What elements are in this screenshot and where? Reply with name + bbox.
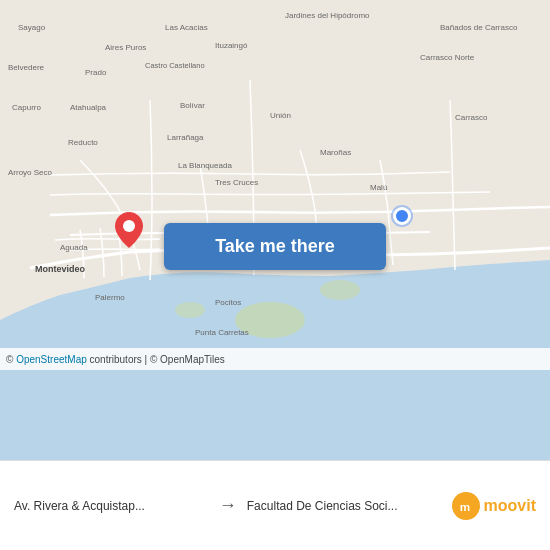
moovit-brand-text: moovit [484, 497, 536, 515]
attribution-bar: © OpenStreetMap contributors | © OpenMap… [0, 348, 550, 370]
destination-pin [115, 212, 143, 248]
svg-text:Maroñas: Maroñas [320, 148, 351, 157]
svg-text:Ituzaingó: Ituzaingó [215, 41, 248, 50]
svg-text:Prado: Prado [85, 68, 107, 77]
svg-text:Aires Puros: Aires Puros [105, 43, 146, 52]
from-location: Av. Rivera & Acquistap... [14, 499, 209, 513]
moovit-logo: m moovit [452, 492, 536, 520]
svg-text:Reducto: Reducto [68, 138, 98, 147]
map-container: Sayago Belvedere Aires Puros Prado Capur… [0, 0, 550, 460]
svg-text:Castro Castellano: Castro Castellano [145, 61, 205, 70]
svg-text:Bolívar: Bolívar [180, 101, 205, 110]
svg-text:Unión: Unión [270, 111, 291, 120]
svg-text:Malú: Malú [370, 183, 387, 192]
to-location: Facultad De Ciencias Soci... [247, 499, 442, 513]
svg-text:Larrañaga: Larrañaga [167, 133, 204, 142]
moovit-circle-icon: m [452, 492, 480, 520]
svg-text:Pocitos: Pocitos [215, 298, 241, 307]
svg-text:Palermo: Palermo [95, 293, 125, 302]
svg-text:La Blanqueada: La Blanqueada [178, 161, 232, 170]
svg-text:Aguada: Aguada [60, 243, 88, 252]
svg-text:Arroyo Seco: Arroyo Seco [8, 168, 53, 177]
osm-link[interactable]: OpenStreetMap [16, 354, 87, 365]
attribution-text: © OpenStreetMap contributors | © OpenMap… [6, 354, 225, 365]
svg-text:Bañados de Carrasco: Bañados de Carrasco [440, 23, 518, 32]
svg-text:Carrasco: Carrasco [455, 113, 488, 122]
svg-text:Jardines del Hipódromo: Jardines del Hipódromo [285, 11, 370, 20]
svg-text:Las Acacias: Las Acacias [165, 23, 208, 32]
take-me-there-button[interactable]: Take me there [164, 223, 386, 270]
svg-text:Atahualpa: Atahualpa [70, 103, 107, 112]
svg-point-4 [320, 280, 360, 300]
svg-text:Belvedere: Belvedere [8, 63, 45, 72]
svg-text:Punta Carretas: Punta Carretas [195, 328, 249, 337]
svg-text:Capurro: Capurro [12, 103, 41, 112]
svg-point-3 [175, 302, 205, 318]
bottom-bar: Av. Rivera & Acquistap... → Facultad De … [0, 460, 550, 550]
origin-dot [393, 207, 411, 225]
svg-text:Carrasco Norte: Carrasco Norte [420, 53, 475, 62]
svg-point-32 [123, 220, 135, 232]
arrow-icon: → [219, 495, 237, 516]
svg-text:Tres Cruces: Tres Cruces [215, 178, 258, 187]
svg-text:Sayago: Sayago [18, 23, 46, 32]
svg-text:m: m [459, 499, 469, 512]
svg-text:Montevideo: Montevideo [35, 264, 86, 274]
